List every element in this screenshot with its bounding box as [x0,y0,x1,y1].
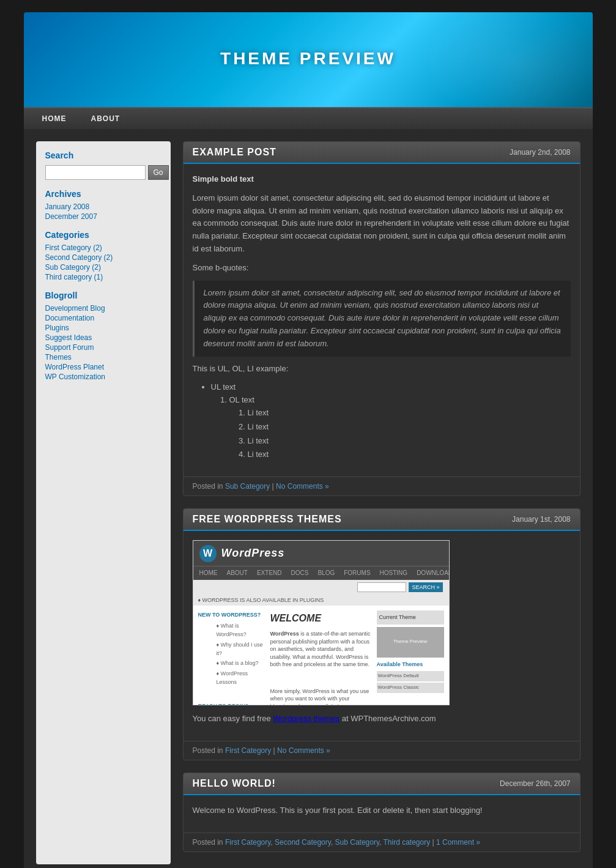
list-item: Li text [248,407,571,420]
blogroll-link-plugins[interactable]: Plugins [45,324,69,332]
sidebar-search-section: Search Go [45,150,161,180]
category-link-sub[interactable]: Sub Category (2) [45,263,101,272]
archives-list: January 2008 December 2007 [45,202,161,221]
wp-right-panel: Current Theme Theme Preview Available Th… [377,610,444,705]
site-title: THEME PREVIEW [24,12,593,69]
blogroll-link-suggest[interactable]: Suggest Ideas [45,333,92,342]
main-content: EXAMPLE POST January 2nd, 2008 Simple bo… [171,141,581,864]
nav-item-about[interactable]: ABOUT [79,108,133,129]
post-ol: OL text Li text Li text Li text Li text [229,394,571,461]
wp-logo-bar: W WordPress [193,541,449,566]
list-item: ♦ WordPress Lessons [217,669,265,687]
post-date: January 2nd, 2008 [510,148,570,157]
post-date: January 1st, 2008 [512,515,570,524]
list-item: WP Customization [45,373,161,381]
list-item: Second Category (2) [45,253,161,262]
blogroll-link-devblog[interactable]: Development Blog [45,304,105,313]
blogroll-link-wpplanet[interactable]: WordPress Planet [45,363,105,371]
wp-search-button: SEARCH » [409,582,442,592]
wp-logo-icon: W [199,545,217,562]
post-footer: Posted in First Category, Second Categor… [184,833,580,851]
search-heading: Search [45,150,161,160]
list-item: OL text Li text Li text Li text Li text [229,394,571,461]
list-item: Li text [248,421,571,434]
wp-search-input [357,582,406,592]
archive-link-jan2008[interactable]: January 2008 [45,202,90,211]
post-comments-link[interactable]: No Comments » [276,482,329,491]
wp-theme-list: WordPress Default WordPress Classic [377,671,444,693]
nav-item-home[interactable]: HOME [30,108,79,129]
wp-promo-bar: ♦ WORDPRESS IS ALSO AVAILABLE IN PLUGINS [193,595,449,606]
nav-link-about[interactable]: ABOUT [79,108,133,129]
post-header: FREE WORDPRESS THEMES January 1st, 2008 [184,509,580,531]
wp-ready-label: READY TO BEGIN? [198,702,265,705]
post-body: Welcome to WordPress. This is your first… [184,795,580,833]
post-hello-world: HELLO WORLD! December 26th, 2007 Welcome… [183,773,581,852]
post-wp-themes: FREE WORDPRESS THEMES January 1st, 2008 … [183,508,581,760]
wp-search-bar: SEARCH » [193,580,449,595]
wp-left-panel: NEW TO WORDPRESS? ♦ What is WordPress? ♦… [198,610,265,705]
post-cat-first[interactable]: First Category [225,838,270,847]
blogroll-link-docs[interactable]: Documentation [45,314,95,322]
wp-welcome-title: WELCOME [270,610,372,626]
nav-link-home[interactable]: HOME [30,108,79,129]
wp-screenshot: W WordPress HOME ABOUT EXTEND DOCS BLOG … [193,540,450,705]
post-li-list: Li text Li text Li text Li text [248,407,571,461]
blogroll-link-themes[interactable]: Themes [45,353,72,362]
post-example: EXAMPLE POST January 2nd, 2008 Simple bo… [183,141,581,496]
post-paragraph: Lorem ipsum dolor sit amet, consectetur … [193,192,571,256]
blogroll-heading: Blogroll [45,291,161,300]
categories-list: First Category (2) Second Category (2) S… [45,243,161,281]
post-body-text: You can easy find free Wordpress themes … [193,713,571,725]
post-comments-link[interactable]: No Comments » [277,746,330,755]
posted-in-label: Posted in [193,838,223,847]
content-wrapper: Search Go Archives January 2008 December… [24,129,593,868]
post-cat-second[interactable]: Second Category [275,838,331,847]
post-cat-third[interactable]: Third category [384,838,431,847]
categories-heading: Categories [45,230,161,240]
wp-theme-preview: Theme Preview [377,627,444,658]
post-bold-text: Simple bold text [193,173,571,186]
list-item: Sub Category (2) [45,263,161,272]
wp-welcome-body: WordPress is a state-of-the-art semantic… [270,630,372,669]
wordpress-themes-link[interactable]: Wordpress themes [273,714,340,723]
post-comments-link[interactable]: 1 Comment » [436,838,480,847]
category-link-first[interactable]: First Category (2) [45,243,102,252]
list-item: Development Blog [45,304,161,313]
list-item: ♦ Why should I use it? [217,640,265,658]
archive-link-dec2007[interactable]: December 2007 [45,212,97,221]
list-item: Li text [248,448,571,461]
list-item: Plugins [45,324,161,332]
category-link-third[interactable]: Third category (1) [45,273,103,281]
post-cat-sub[interactable]: Sub Category [335,838,380,847]
search-input[interactable] [45,165,146,180]
site-header: THEME PREVIEW [24,12,593,107]
post-date: December 26th, 2007 [500,779,570,788]
list-item: Li text [248,435,571,448]
list-item: WordPress Planet [45,363,161,371]
wp-welcome-section: WELCOME WordPress is a state-of-the-art … [270,610,372,705]
wp-nav-blog: BLOG [317,568,335,578]
bquote-label: Some b-quotes: [193,262,571,275]
sidebar: Search Go Archives January 2008 December… [36,141,171,864]
post-title: EXAMPLE POST [193,147,276,158]
post-category-link[interactable]: Sub Category [225,482,270,491]
post-footer: Posted in First Category | No Comments » [184,741,580,760]
search-button[interactable]: Go [148,165,169,180]
wp-nav-hosting: HOSTING [380,568,408,578]
list-item: WordPress Default [377,671,444,681]
wp-nav-forums: FORUMS [344,568,370,578]
list-item: Support Forum [45,343,161,352]
post-title: FREE WORDPRESS THEMES [193,514,342,525]
wp-content-area: NEW TO WORDPRESS? ♦ What is WordPress? ♦… [193,606,449,705]
posted-in-label: Posted in [193,746,223,755]
category-link-second[interactable]: Second Category (2) [45,253,113,262]
blogroll-section: Blogroll Development Blog Documentation … [45,291,161,381]
list-item: December 2007 [45,212,161,221]
list-item: ♦ What is WordPress? [217,621,265,639]
blogroll-link-wpcustom[interactable]: WP Customization [45,373,105,381]
blogroll-link-support[interactable]: Support Forum [45,343,94,352]
post-category-link[interactable]: First Category [225,746,271,755]
post-paragraph: Welcome to WordPress. This is your first… [193,804,571,817]
post-header: EXAMPLE POST January 2nd, 2008 [184,142,580,164]
